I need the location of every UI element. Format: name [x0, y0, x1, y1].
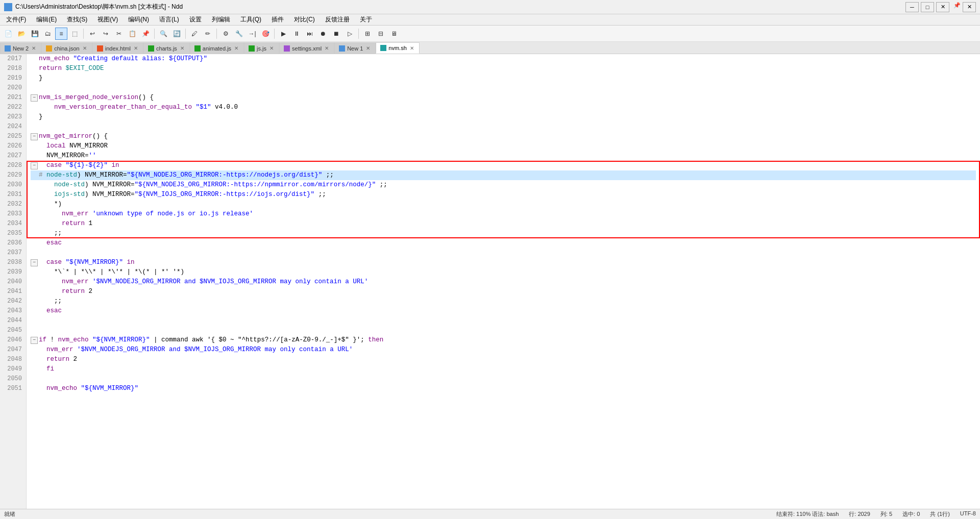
tb-undo[interactable]: ↩: [86, 28, 99, 40]
tb-cut[interactable]: ✂: [113, 28, 125, 40]
menu-tools[interactable]: 工具(Q): [236, 14, 265, 25]
menu-view[interactable]: 视图(V): [93, 14, 122, 25]
close-button-2[interactable]: ✕: [963, 2, 976, 12]
fold-icon-2021[interactable]: −: [31, 94, 38, 102]
tab-close-nvmsh[interactable]: ✕: [410, 45, 414, 51]
tab-animatedjs[interactable]: animated.js ✕: [190, 42, 244, 54]
tab-close-chinajson[interactable]: ✕: [83, 45, 87, 51]
code-line-2017[interactable]: nvm_echo "Creating default alias: ${OUTP…: [31, 54, 976, 64]
menu-file[interactable]: 文件(F): [2, 14, 30, 25]
tab-settingsxml[interactable]: settings.xml ✕: [279, 42, 334, 54]
tab-indexhtml[interactable]: index.html ✕: [92, 42, 143, 54]
tb-copy[interactable]: 📋: [126, 28, 138, 40]
tb-play[interactable]: ▷: [344, 28, 356, 40]
code-line-2043[interactable]: esac: [31, 306, 976, 316]
fold-icon-2038[interactable]: −: [31, 259, 38, 266]
tb-new[interactable]: 📄: [2, 28, 14, 40]
tab-close-jsjs[interactable]: ✕: [270, 45, 274, 51]
code-line-2040[interactable]: nvm_err '$NVM_NODEJS_ORG_MIRROR and $NVM…: [31, 277, 976, 287]
code-line-2048[interactable]: return 2: [31, 355, 976, 364]
code-line-2035[interactable]: ;;: [31, 229, 976, 238]
tb-view1[interactable]: ≡: [55, 28, 67, 40]
menu-column-edit[interactable]: 列编辑: [208, 14, 234, 25]
code-line-2027[interactable]: NVM_MIRROR='': [31, 151, 976, 161]
tb-save[interactable]: 💾: [29, 28, 41, 40]
code-line-2029[interactable]: # node-std) NVM_MIRROR="${NVM_NODEJS_ORG…: [31, 170, 976, 180]
menu-plugins[interactable]: 插件: [267, 14, 288, 25]
tb-mark2[interactable]: ✏: [202, 28, 214, 40]
tb-format[interactable]: ⚙: [219, 28, 232, 40]
close-button[interactable]: ✕: [936, 2, 949, 12]
tab-new2[interactable]: New 2 ✕: [0, 42, 41, 54]
tab-close-chartsjs[interactable]: ✕: [180, 45, 184, 51]
tb-target[interactable]: 🎯: [259, 28, 272, 40]
tb-grid[interactable]: ⊞: [361, 28, 374, 40]
tb-find[interactable]: 🔍: [157, 28, 169, 40]
code-line-2018[interactable]: return $EXIT_CODE: [31, 64, 976, 73]
tb-format2[interactable]: 🔧: [233, 28, 245, 40]
code-line-2023[interactable]: }: [31, 112, 976, 122]
tb-save-all[interactable]: 🗂: [42, 28, 54, 40]
code-line-2028[interactable]: − case "${1}-${2}" in: [31, 161, 976, 170]
tab-new1[interactable]: New 1 ✕: [334, 42, 376, 54]
tb-paste[interactable]: 📌: [139, 28, 152, 40]
tab-nvmsh[interactable]: nvm.sh ✕: [376, 42, 419, 54]
tb-mark[interactable]: 🖊: [188, 28, 201, 40]
code-line-2047[interactable]: nvm_err '$NVM_NODEJS_ORG_MIRROR and $NVM…: [31, 345, 976, 355]
code-line-2036[interactable]: esac: [31, 238, 976, 248]
code-line-2046[interactable]: −if ! nvm_echo "${NVM_MIRROR}" | command…: [31, 335, 976, 345]
menu-edit[interactable]: 编辑(E): [32, 14, 61, 25]
code-line-2020[interactable]: [31, 83, 976, 93]
code-line-2033[interactable]: nvm_err 'unknown type of node.js or io.j…: [31, 209, 976, 219]
menu-language[interactable]: 语言(L): [155, 14, 183, 25]
code-line-2037[interactable]: [31, 248, 976, 258]
tab-jsjs[interactable]: js.js ✕: [244, 42, 279, 54]
code-line-2026[interactable]: local NVM_MIRROR: [31, 141, 976, 151]
code-line-2021[interactable]: −nvm_is_merged_node_version() {: [31, 93, 976, 103]
tb-replace[interactable]: 🔄: [170, 28, 183, 40]
fold-icon-2046[interactable]: −: [31, 337, 38, 344]
tb-stop[interactable]: ⏹: [330, 28, 342, 40]
code-line-2024[interactable]: [31, 122, 976, 132]
menu-compare[interactable]: 对比(C): [290, 14, 319, 25]
menu-feedback[interactable]: 反馈注册: [321, 14, 354, 25]
tab-close-new1[interactable]: ✕: [366, 45, 370, 51]
minimize-button[interactable]: ─: [905, 2, 919, 12]
tb-run[interactable]: ▶: [277, 28, 289, 40]
tab-close-settingsxml[interactable]: ✕: [325, 45, 329, 51]
tb-monitor[interactable]: 🖥: [388, 28, 400, 40]
menu-about[interactable]: 关于: [356, 14, 376, 25]
code-line-2034[interactable]: return 1: [31, 219, 976, 229]
tb-view2[interactable]: ⬚: [68, 28, 81, 40]
code-line-2032[interactable]: *): [31, 200, 976, 209]
code-line-2050[interactable]: [31, 374, 976, 384]
restore-button[interactable]: □: [921, 2, 934, 12]
tab-chartsjs[interactable]: charts.js ✕: [143, 42, 190, 54]
code-line-2042[interactable]: ;;: [31, 296, 976, 306]
tab-close-new2[interactable]: ✕: [32, 45, 36, 51]
tb-redo[interactable]: ↪: [100, 28, 112, 40]
code-line-2045[interactable]: [31, 326, 976, 335]
tb-run2[interactable]: ⏸: [290, 28, 303, 40]
tab-close-indexhtml[interactable]: ✕: [134, 45, 138, 51]
code-line-2025[interactable]: −nvm_get_mirror() {: [31, 132, 976, 141]
editor-content[interactable]: nvm_echo "Creating default alias: ${OUTP…: [27, 54, 980, 509]
code-line-2022[interactable]: nvm_version_greater_than_or_equal_to "$1…: [31, 103, 976, 112]
code-line-2051[interactable]: nvm_echo "${NVM_MIRROR}": [31, 384, 976, 393]
menu-encoding[interactable]: 编码(N): [124, 14, 153, 25]
tb-run3[interactable]: ⏭: [304, 28, 316, 40]
tab-chinajson[interactable]: china.json ✕: [41, 42, 92, 54]
tb-record[interactable]: ⏺: [317, 28, 329, 40]
code-line-2041[interactable]: return 2: [31, 287, 976, 296]
code-line-2039[interactable]: *\`* | *\\* | *\'* | *\(* | *' '*): [31, 267, 976, 277]
code-line-2049[interactable]: fi: [31, 364, 976, 374]
code-line-2019[interactable]: }: [31, 73, 976, 83]
code-line-2038[interactable]: − case "${NVM_MIRROR}" in: [31, 258, 976, 267]
fold-icon-2025[interactable]: −: [31, 133, 38, 140]
code-line-2030[interactable]: node-std) NVM_MIRROR="${NVM_NODEJS_ORG_M…: [31, 180, 976, 190]
menu-settings[interactable]: 设置: [185, 14, 206, 25]
fold-icon-2028[interactable]: −: [31, 162, 38, 169]
code-line-2031[interactable]: iojs-std) NVM_MIRROR="${NVM_IOJS_ORG_MIR…: [31, 190, 976, 200]
tb-open[interactable]: 📂: [15, 28, 28, 40]
tb-indent[interactable]: →|: [246, 28, 258, 40]
